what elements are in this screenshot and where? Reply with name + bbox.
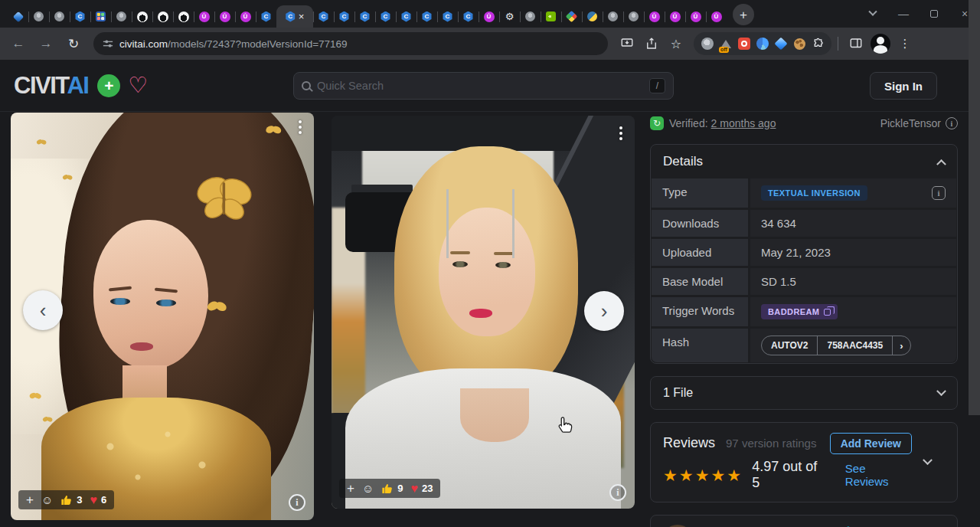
tab-globe[interactable] [49,5,70,28]
hash-expand-chevron[interactable]: › [892,336,910,355]
like-reaction[interactable]: 3 [60,494,82,506]
minimize-button[interactable]: — [888,0,919,28]
carousel-prev-button[interactable]: ‹ [23,290,63,330]
add-reaction-icon[interactable]: + [26,493,34,506]
tab-civitai[interactable]: C [396,5,416,28]
tab-u-purple[interactable]: Û [214,5,235,28]
tab-gem-multi[interactable] [561,5,582,28]
type-badge[interactable]: TEXTUAL INVERSION [761,185,867,201]
image-menu-icon[interactable] [296,117,305,137]
tab-gem-blue[interactable] [8,5,28,28]
tab-nvidia[interactable] [541,5,561,28]
files-header[interactable]: 1 File [651,377,957,409]
trigger-word-badge[interactable]: BADDREAM [761,304,838,319]
heart-reaction[interactable]: ♥ 23 [411,483,433,495]
tab-civitai[interactable]: C [437,5,458,28]
smiley-icon[interactable]: ☺ [41,494,53,506]
format-info-icon[interactable]: i [946,117,958,129]
create-button[interactable]: + [97,74,120,97]
butterfly-large [188,166,259,231]
tab-search-button[interactable] [858,0,888,28]
tab-gear[interactable]: ⚙ [499,5,520,28]
tab-globe[interactable] [520,5,541,28]
tab-u-purple[interactable]: Û [644,5,665,28]
off-badge-extension-icon[interactable]: off [718,36,733,51]
add-reaction-icon[interactable]: + [347,482,354,495]
tab-globe[interactable] [111,5,132,28]
like-reaction[interactable]: 9 [381,483,403,495]
hash-pill[interactable]: AUTOV2 758AAC4435 › [761,336,911,355]
carousel-next-button[interactable]: › [584,291,624,331]
image-info-icon[interactable]: i [289,494,305,511]
address-bar[interactable]: civitai.com/models/72437?modelVersionId=… [93,32,608,55]
tab-globe[interactable] [603,5,623,28]
tab-python[interactable] [582,5,603,28]
page-scrollbar[interactable] [969,0,980,415]
tab-u-purple[interactable]: Û [706,5,727,28]
side-panel-icon[interactable] [844,32,867,55]
python-favicon [587,11,597,21]
details-header[interactable]: Details [651,145,957,178]
close-tab-icon[interactable]: × [299,11,305,21]
verified-time-link[interactable]: 2 months ago [711,117,776,129]
type-info-icon[interactable]: i [932,186,946,200]
cookie-extension-icon[interactable] [792,36,807,51]
search-box[interactable]: / [293,72,674,100]
sign-in-button[interactable]: Sign In [870,72,937,100]
site-settings-icon[interactable] [103,38,113,49]
blue-globe-extension-icon[interactable] [755,36,770,51]
tab-github[interactable] [173,5,194,28]
tab-civitai[interactable]: C [458,5,479,28]
tab-civitai[interactable]: C [416,5,437,28]
add-review-button[interactable]: Add Review [830,433,912,454]
tab-civitai[interactable]: C [313,5,334,28]
tab-civitai[interactable]: C [354,5,375,28]
search-input[interactable] [317,80,643,92]
tab-active-civitai[interactable]: C× [276,5,313,28]
tab-u-purple[interactable]: Û [665,5,685,28]
puzzle-extension-icon[interactable] [810,36,825,51]
heart-reaction[interactable]: ♥ 6 [90,494,107,506]
tab-u-purple[interactable]: Û [479,5,499,28]
see-reviews-link[interactable]: See Reviews [845,462,912,488]
site-header: CIVITAI + ♡ / Sign In [0,60,980,112]
tab-civitai[interactable]: C [375,5,396,28]
tab-u-purple[interactable]: Û [685,5,706,28]
reaction-bar: + ☺ 9 ♥ 23 [339,479,440,498]
install-app-icon[interactable] [616,32,639,55]
verified-row: ↻ Verified: 2 months ago PickleTensor i [650,115,958,132]
tab-u-purple[interactable]: Û [235,5,256,28]
tab-github[interactable] [152,5,173,28]
tab-u-purple[interactable]: Û [194,5,214,28]
gem-extension-icon[interactable] [773,36,789,51]
back-button[interactable]: ← [6,31,31,56]
copy-icon [824,309,831,316]
profile-button[interactable] [869,32,892,55]
tab-civitai[interactable]: C [256,5,276,28]
tab-civitai[interactable]: C [70,5,90,28]
reload-button[interactable]: ↻ [61,31,86,56]
tab-github[interactable] [132,5,152,28]
row-label: Hash [652,329,748,362]
tab-grid[interactable] [90,5,111,28]
forward-button[interactable]: → [34,31,58,56]
civitai-favicon: C [401,11,411,22]
image-info-icon[interactable]: i [609,484,626,501]
maximize-button[interactable] [919,0,949,28]
image-menu-icon[interactable] [616,123,626,143]
smiley-icon[interactable]: ☺ [362,483,374,494]
verified-label: Verified: [669,117,708,129]
tab-globe[interactable] [623,5,644,28]
globe-extension-icon[interactable] [700,36,715,51]
onetab-extension-icon[interactable] [737,36,752,51]
tab-globe[interactable] [28,5,49,28]
github-favicon [178,11,189,22]
tab-civitai[interactable]: C [334,5,354,28]
table-row: Type TEXTUAL INVERSION i [652,178,956,208]
browser-menu-icon[interactable]: ⋮ [893,32,916,55]
bookmark-star-icon[interactable]: ☆ [665,32,688,55]
civitai-logo[interactable]: CIVITAI [14,72,88,100]
share-icon[interactable] [640,32,663,55]
new-tab-button[interactable]: + [733,4,754,25]
favorites-heart-icon[interactable]: ♡ [128,74,148,97]
